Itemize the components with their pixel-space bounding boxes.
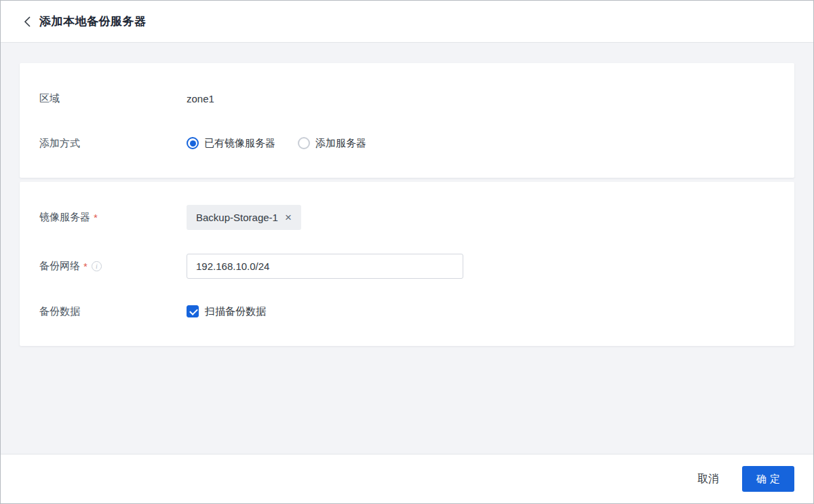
confirm-button[interactable]: 确定 xyxy=(742,466,794,492)
mirror-server-row: 镜像服务器 * Backup-Storage-1 × xyxy=(39,205,775,230)
backup-data-row: 备份数据 扫描备份数据 xyxy=(39,303,775,319)
add-method-row: 添加方式 已有镜像服务器 添加服务器 xyxy=(39,132,775,154)
radio-add-server-label: 添加服务器 xyxy=(315,137,366,150)
form-body: 区域 zone1 添加方式 已有镜像服务器 添加服务器 xyxy=(1,43,813,454)
add-method-radio-group: 已有镜像服务器 添加服务器 xyxy=(187,137,366,150)
mirror-server-label-col: 镜像服务器 * xyxy=(39,211,187,224)
backup-network-label-col: 备份网络 * i xyxy=(39,260,187,273)
add-local-backup-server-page: 添加本地备份服务器 区域 zone1 添加方式 已有镜像服务器 xyxy=(0,0,814,504)
scan-backup-data-checkbox[interactable]: 扫描备份数据 xyxy=(187,305,266,318)
radio-unselected-icon[interactable] xyxy=(298,137,310,149)
footer-action-bar: 取消 确定 xyxy=(1,454,813,503)
info-icon[interactable]: i xyxy=(92,261,102,271)
backup-network-row: 备份网络 * i xyxy=(39,254,775,279)
required-asterisk: * xyxy=(94,212,98,223)
backup-data-label-col: 备份数据 xyxy=(39,305,187,318)
page-header: 添加本地备份服务器 xyxy=(1,1,813,43)
backup-network-input[interactable] xyxy=(187,254,463,279)
mirror-server-tag-label: Backup-Storage-1 xyxy=(196,212,278,223)
backup-network-label: 备份网络 xyxy=(39,260,80,273)
back-button[interactable] xyxy=(21,14,33,30)
mirror-server-label: 镜像服务器 xyxy=(39,211,90,224)
zone-row: 区域 zone1 xyxy=(39,88,775,109)
add-method-label: 添加方式 xyxy=(39,137,80,150)
zone-label: 区域 xyxy=(39,92,60,105)
checkbox-checked-icon[interactable] xyxy=(187,305,199,317)
radio-existing-image-server[interactable]: 已有镜像服务器 xyxy=(187,137,275,150)
chevron-left-icon xyxy=(24,16,31,28)
radio-selected-icon[interactable] xyxy=(187,137,199,149)
cancel-button[interactable]: 取消 xyxy=(695,467,722,492)
radio-add-server[interactable]: 添加服务器 xyxy=(298,137,366,150)
scan-backup-data-label: 扫描备份数据 xyxy=(205,305,266,318)
zone-value: zone1 xyxy=(187,93,214,104)
zone-label-col: 区域 xyxy=(39,92,187,105)
tag-remove-icon[interactable]: × xyxy=(285,212,292,223)
basic-section-card: 区域 zone1 添加方式 已有镜像服务器 添加服务器 xyxy=(20,63,794,178)
config-section-card: 镜像服务器 * Backup-Storage-1 × 备份网络 * i 备 xyxy=(20,182,794,346)
add-method-label-col: 添加方式 xyxy=(39,137,187,150)
mirror-server-tag[interactable]: Backup-Storage-1 × xyxy=(187,205,301,230)
backup-data-label: 备份数据 xyxy=(39,305,80,318)
page-title: 添加本地备份服务器 xyxy=(39,14,147,29)
required-asterisk: * xyxy=(83,260,88,272)
radio-existing-image-server-label: 已有镜像服务器 xyxy=(204,137,275,150)
